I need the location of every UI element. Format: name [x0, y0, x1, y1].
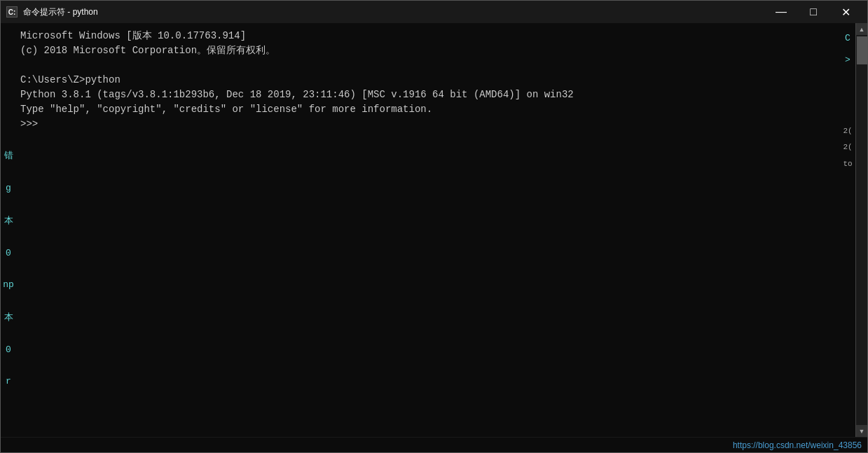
left-char-7: 0: [6, 344, 11, 355]
maximize-button[interactable]: □: [797, 1, 829, 23]
console-area[interactable]: Microsoft Windows [版本 10.0.17763.914] (c…: [16, 23, 840, 437]
right-char-2: >: [845, 53, 850, 68]
cmd-icon: C:: [6, 6, 18, 18]
window: C: 命令提示符 - python — □ ✕ 错 g 本 0 np 本 0 r…: [0, 0, 868, 453]
minimize-button[interactable]: —: [765, 1, 797, 23]
title-bar-left: C: 命令提示符 - python: [6, 6, 98, 18]
scroll-up-arrow[interactable]: ▲: [856, 23, 868, 35]
left-char-5: np: [3, 279, 14, 290]
title-bar: C: 命令提示符 - python — □ ✕: [1, 1, 867, 23]
scroll-down-arrow[interactable]: ▼: [856, 425, 868, 437]
scroll-thumb[interactable]: [857, 36, 867, 64]
bottom-url: https://blog.csdn.net/weixin_43856: [733, 440, 862, 450]
scroll-track[interactable]: [856, 35, 867, 425]
console-line-6: Type "help", "copyright", "credits" or "…: [20, 102, 836, 117]
right-sidebar: C > 2( 2( to: [840, 23, 855, 437]
console-line-2: (c) 2018 Microsoft Corporation。保留所有权利。: [20, 43, 836, 58]
console-line-1: Microsoft Windows [版本 10.0.17763.914]: [20, 29, 836, 43]
close-button[interactable]: ✕: [829, 1, 862, 23]
console-line-3: [20, 58, 836, 73]
window-body: 错 g 本 0 np 本 0 r Microsoft Windows [版本 1…: [1, 23, 867, 437]
right-char-5: to: [843, 158, 852, 171]
console-line-4: C:\Users\Z>python: [20, 73, 836, 88]
main-content-wrapper: Microsoft Windows [版本 10.0.17763.914] (c…: [16, 23, 867, 437]
console-line-5: Python 3.8.1 (tags/v3.8.1:1b293b6, Dec 1…: [20, 88, 836, 102]
right-char-4: 2(: [843, 141, 852, 154]
left-char-1: 错: [4, 149, 13, 162]
left-char-8: r: [6, 376, 11, 386]
vertical-scrollbar[interactable]: ▲ ▼: [855, 23, 867, 437]
right-char-1: C: [845, 32, 850, 46]
window-controls: — □ ✕: [765, 1, 862, 23]
bottom-bar: https://blog.csdn.net/weixin_43856: [1, 437, 867, 452]
left-char-4: 0: [6, 248, 11, 258]
console-line-7: >>>: [20, 117, 836, 132]
left-char-3: 本: [4, 214, 13, 227]
window-title: 命令提示符 - python: [23, 6, 98, 18]
right-char-3: 2(: [843, 125, 852, 138]
left-char-2: g: [6, 183, 11, 193]
left-sidebar: 错 g 本 0 np 本 0 r: [1, 23, 16, 437]
left-char-6: 本: [4, 311, 13, 323]
